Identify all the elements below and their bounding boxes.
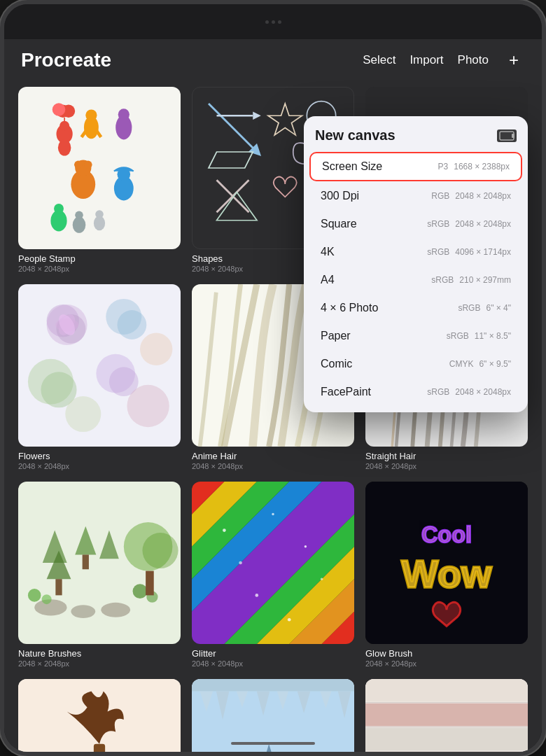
svg-point-45 xyxy=(140,333,172,365)
svg-point-20 xyxy=(54,204,64,214)
popup-header: New canvas xyxy=(304,116,528,149)
svg-point-61 xyxy=(28,589,41,602)
canvas-option-size: 2048 × 2048px xyxy=(455,219,511,229)
gallery-sublabel: 2048 × 2048px xyxy=(18,659,181,668)
canvas-option-details: sRGB 2048 × 2048px xyxy=(427,219,511,229)
svg-point-24 xyxy=(95,210,104,218)
svg-rect-54 xyxy=(55,579,62,595)
canvas-option-facepaint[interactable]: FacePaint sRGB 2048 × 2048px xyxy=(309,379,522,405)
photo-button[interactable]: Photo xyxy=(458,53,489,67)
svg-rect-67 xyxy=(146,571,154,596)
canvas-option-square[interactable]: Square sRGB 2048 × 2048px xyxy=(309,211,522,237)
list-item[interactable]: Glitter 2048 × 2048px xyxy=(192,482,354,668)
canvas-option-details: P3 1668 × 2388px xyxy=(438,162,510,172)
app-title: Procreate xyxy=(21,49,111,71)
svg-rect-111 xyxy=(365,752,528,753)
dot3 xyxy=(278,20,281,24)
canvas-option-details: sRGB 2048 × 2048px xyxy=(427,387,511,397)
canvas-option-details: RGB 2048 × 2048px xyxy=(431,191,511,201)
new-canvas-popup: New canvas Screen Size P3 1668 × 2388px xyxy=(304,116,528,412)
svg-point-71 xyxy=(304,545,307,547)
canvas-option-name: 300 Dpi xyxy=(321,190,359,202)
svg-point-73 xyxy=(321,578,323,580)
svg-rect-110 xyxy=(365,728,528,750)
canvas-option-paper[interactable]: Paper sRGB 11" × 8.5" xyxy=(309,323,522,349)
top-bar xyxy=(4,4,542,39)
canvas-option-name: Paper xyxy=(321,330,351,342)
canvas-option-color: RGB xyxy=(431,191,449,201)
canvas-option-color: sRGB xyxy=(431,275,454,285)
svg-point-22 xyxy=(75,211,83,219)
canvas-option-name: Screen Size xyxy=(322,160,382,173)
thumb-glitter xyxy=(192,482,354,644)
svg-marker-57 xyxy=(99,531,119,559)
canvas-option-details: sRGB 11" × 8.5" xyxy=(447,331,511,341)
svg-point-15 xyxy=(74,161,83,169)
list-item[interactable]: Brick & Animal Print 2048 × 2048px xyxy=(365,679,528,753)
gallery-label: Flowers xyxy=(18,451,181,461)
canvas-option-300dpi[interactable]: 300 Dpi RGB 2048 × 2048px xyxy=(309,183,522,209)
svg-point-66 xyxy=(142,533,178,568)
list-item[interactable]: Nature Brushes 2048 × 2048px xyxy=(18,482,181,668)
svg-point-21 xyxy=(73,217,86,233)
canvas-option-color: sRGB xyxy=(427,219,449,229)
svg-rect-81 xyxy=(94,744,105,753)
svg-point-60 xyxy=(101,603,130,617)
svg-point-63 xyxy=(133,584,148,598)
svg-point-72 xyxy=(255,594,258,597)
canvas-option-size: 210 × 297mm xyxy=(459,275,511,285)
canvas-option-size: 2048 × 2048px xyxy=(455,387,511,397)
header-actions: Select Import Photo + xyxy=(363,49,525,71)
svg-point-12 xyxy=(118,108,130,120)
popup-list: Screen Size P3 1668 × 2388px 300 Dpi RGB… xyxy=(304,149,528,412)
main-content: Procreate Select Import Photo + xyxy=(4,39,542,753)
list-item[interactable]: Autumn 2048 × 2048px xyxy=(18,679,181,753)
canvas-icon xyxy=(497,130,517,142)
dot1 xyxy=(265,20,269,24)
canvas-option-details: sRGB 6" × 4" xyxy=(458,303,511,313)
canvas-option-size: 1668 × 2388px xyxy=(454,162,510,172)
canvas-option-size: 11" × 8.5" xyxy=(475,331,511,341)
gallery-label: Glitter xyxy=(192,648,354,659)
canvas-option-a4[interactable]: A4 sRGB 210 × 297mm xyxy=(309,267,522,293)
gallery-sublabel: 2048 × 2048px xyxy=(18,265,181,273)
svg-marker-52 xyxy=(43,531,67,563)
gallery-label: People Stamp xyxy=(18,253,181,264)
canvas-option-color: sRGB xyxy=(427,387,449,397)
ipad-frame: Procreate Select Import Photo + xyxy=(0,0,546,756)
list-item[interactable]: People Stamp 2048 × 2048px xyxy=(18,87,181,273)
canvas-option-size: 6" × 9.5" xyxy=(479,359,511,369)
canvas-option-4x6[interactable]: 4 × 6 Photo sRGB 6" × 4" xyxy=(309,295,522,321)
select-button[interactable]: Select xyxy=(363,53,396,67)
svg-marker-27 xyxy=(253,112,261,120)
gallery-label: Straight Hair xyxy=(365,451,528,461)
add-button[interactable]: + xyxy=(503,49,525,71)
svg-rect-95 xyxy=(192,679,354,691)
canvas-option-4k[interactable]: 4K sRGB 4096 × 1714px xyxy=(309,239,522,265)
gallery-sublabel: 2048 × 2048px xyxy=(192,659,354,668)
gallery-sublabel: 2048 × 2048px xyxy=(365,659,528,668)
canvas-option-name: Square xyxy=(321,218,357,230)
canvas-option-color: CMYK xyxy=(449,359,474,369)
svg-point-5 xyxy=(58,139,71,155)
import-button[interactable]: Import xyxy=(410,53,443,67)
canvas-option-name: A4 xyxy=(321,274,335,286)
gallery-label: Glow Brush xyxy=(365,648,528,659)
canvas-option-color: sRGB xyxy=(447,331,469,341)
svg-line-25 xyxy=(209,104,257,152)
list-item[interactable]: Flowers 2048 × 2048px xyxy=(18,284,181,470)
svg-point-8 xyxy=(85,109,97,120)
svg-text:Cool: Cool xyxy=(421,522,472,547)
canvas-option-name: Comic xyxy=(321,358,352,370)
canvas-option-color: P3 xyxy=(438,162,449,172)
canvas-option-name: FacePaint xyxy=(321,386,371,398)
svg-point-62 xyxy=(42,594,52,604)
canvas-option-screen-size[interactable]: Screen Size P3 1668 × 2388px xyxy=(309,152,522,181)
svg-point-46 xyxy=(65,396,101,432)
canvas-option-size: 4096 × 1714px xyxy=(455,247,511,257)
svg-rect-56 xyxy=(83,554,89,569)
canvas-option-details: sRGB 4096 × 1714px xyxy=(427,247,511,257)
canvas-option-comic[interactable]: Comic CMYK 6" × 9.5" xyxy=(309,351,522,377)
gallery-sublabel: 2048 × 2048px xyxy=(18,462,181,470)
list-item[interactable]: Cool Cool Wow Wow Glow Brush 2048 × 2048… xyxy=(365,482,528,668)
